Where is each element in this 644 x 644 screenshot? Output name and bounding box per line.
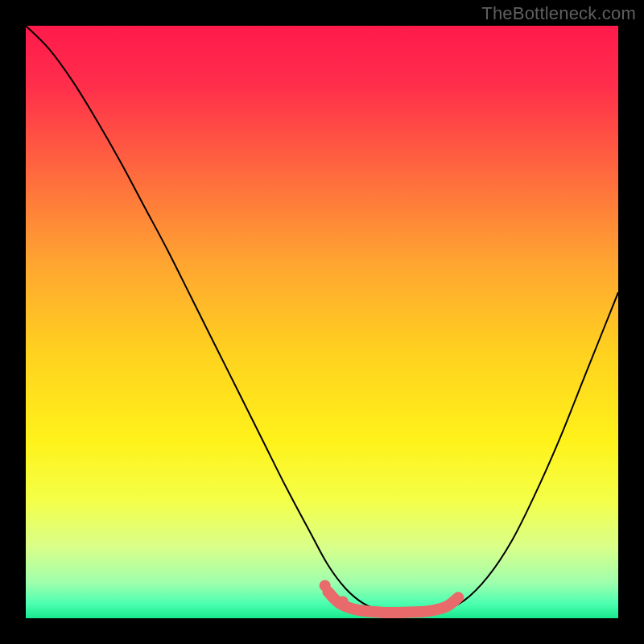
attribution-text: TheBottleneck.com xyxy=(481,3,636,24)
curve-layer xyxy=(26,26,618,618)
highlight-marker xyxy=(337,596,349,607)
chart-frame: TheBottleneck.com xyxy=(0,0,644,644)
highlight-marker xyxy=(320,580,331,592)
plot-area xyxy=(26,26,618,618)
bottleneck-curve xyxy=(26,26,618,613)
